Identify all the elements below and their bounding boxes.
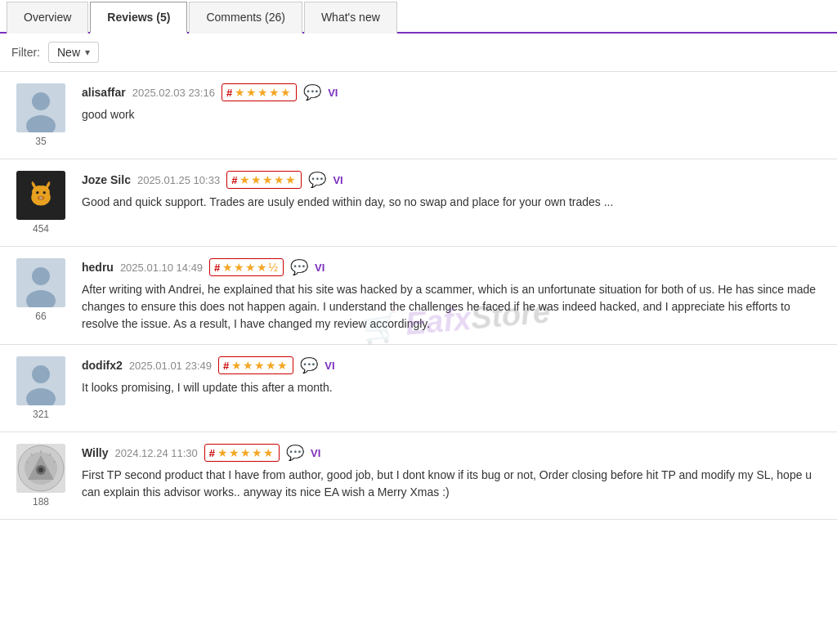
svg-point-6 (43, 191, 46, 194)
svg-line-25 (26, 462, 29, 463)
review-header: hedru 2025.01.10 14:49 # ★★★★½ 💬 VI (82, 258, 826, 276)
rating-badge: # ★★★★★ (218, 356, 293, 374)
avatar-count: 66 (35, 311, 46, 322)
rating-badge: # ★★★★★ (222, 83, 297, 101)
review-date: 2025.02.03 23:16 (132, 87, 215, 99)
review-header: alisaffar 2025.02.03 23:16 # ★★★★★ 💬 VI (82, 83, 826, 101)
reviewer-username: dodifx2 (82, 359, 123, 372)
avatar (16, 171, 65, 220)
review-date: 2025.01.25 10:33 (137, 174, 220, 186)
comment-icon[interactable]: 💬 (303, 83, 321, 101)
filter-value: New (57, 46, 80, 59)
comment-icon[interactable]: 💬 (286, 444, 304, 462)
rating-hash: # (231, 174, 237, 186)
review-content: alisaffar 2025.02.03 23:16 # ★★★★★ 💬 VI … (82, 83, 826, 147)
avatar-count: 321 (33, 409, 49, 420)
review-item: 321 dodifx2 2025.01.01 23:49 # ★★★★★ 💬 V… (0, 345, 837, 432)
star-rating: ★★★★½ (222, 261, 279, 274)
avatar-column: 321 (11, 356, 70, 420)
avatar-column: 454 (11, 171, 70, 235)
avatar-count: 188 (33, 496, 49, 508)
comment-icon[interactable]: 💬 (308, 171, 326, 189)
rating-hash: # (223, 360, 229, 372)
reviewer-username: Joze Silc (82, 173, 131, 186)
comment-icon[interactable]: 💬 (290, 258, 308, 276)
avatar-column: 188 (11, 444, 70, 508)
svg-point-20 (38, 467, 43, 472)
star-rating: ★★★★★ (239, 173, 297, 186)
avatar-count: 35 (35, 136, 46, 147)
star-rating: ★★★★★ (235, 86, 292, 99)
rating-badge: # ★★★★★ (226, 171, 302, 189)
review-item: 188 Willy 2024.12.24 11:30 # ★★★★★ 💬 VI … (0, 432, 837, 520)
avatar-count: 454 (33, 223, 49, 235)
review-date: 2025.01.01 23:49 (129, 360, 212, 372)
chevron-down-icon: ▾ (85, 47, 90, 58)
review-item: 66 hedru 2025.01.10 14:49 # ★★★★½ 💬 VI A… (0, 247, 837, 345)
review-header: dodifx2 2025.01.01 23:49 # ★★★★★ 💬 VI (82, 356, 826, 374)
review-header: Willy 2024.12.24 11:30 # ★★★★★ 💬 VI (82, 444, 826, 462)
review-list: 35 alisaffar 2025.02.03 23:16 # ★★★★★ 💬 … (0, 72, 837, 520)
svg-point-1 (32, 92, 50, 110)
vi-label[interactable]: VI (325, 360, 334, 372)
avatar-column: 35 (11, 83, 70, 147)
svg-line-24 (53, 462, 56, 463)
avatar (16, 444, 65, 493)
tab-overview[interactable]: Overview (7, 2, 88, 34)
review-content: Willy 2024.12.24 11:30 # ★★★★★ 💬 VI Firs… (82, 444, 826, 508)
review-content: Joze Silc 2025.01.25 10:33 # ★★★★★ 💬 VI … (82, 171, 826, 235)
rating-hash: # (214, 262, 220, 274)
filter-label: Filter: (11, 46, 40, 59)
review-content: dodifx2 2025.01.01 23:49 # ★★★★★ 💬 VI It… (82, 356, 826, 420)
avatar-column: 66 (11, 258, 70, 333)
review-content: hedru 2025.01.10 14:49 # ★★★★½ 💬 VI Afte… (82, 258, 826, 333)
svg-point-11 (32, 267, 50, 285)
svg-point-14 (32, 365, 50, 383)
review-text: Good and quick support. Trades are usuly… (82, 194, 826, 211)
vi-label[interactable]: VI (333, 174, 342, 186)
review-date: 2024.12.24 11:30 (115, 447, 198, 459)
vi-label[interactable]: VI (328, 87, 338, 99)
rating-badge: # ★★★★★ (204, 444, 280, 462)
filter-dropdown[interactable]: New ▾ (48, 42, 99, 63)
review-text: First TP second product that I have from… (82, 467, 826, 501)
rating-badge: # ★★★★½ (209, 258, 284, 276)
reviewer-username: hedru (82, 261, 114, 274)
comment-icon[interactable]: 💬 (300, 356, 318, 374)
filter-bar: Filter: New ▾ (0, 34, 837, 72)
review-text: After writing with Andrei, he explained … (82, 281, 826, 333)
review-item: 35 alisaffar 2025.02.03 23:16 # ★★★★★ 💬 … (0, 72, 837, 159)
star-rating: ★★★★★ (231, 359, 289, 372)
reviewer-username: Willy (82, 446, 109, 459)
review-text: It looks promising, I will update this a… (82, 379, 826, 396)
vi-label[interactable]: VI (315, 262, 325, 274)
tab-comments[interactable]: Comments (26) (189, 2, 302, 34)
tab-reviews[interactable]: Reviews (5) (90, 2, 187, 34)
vi-label[interactable]: VI (311, 447, 320, 459)
avatar (16, 356, 65, 405)
star-rating: ★★★★★ (217, 446, 275, 459)
tab-whatsnew[interactable]: What's new (304, 2, 397, 34)
review-header: Joze Silc 2025.01.25 10:33 # ★★★★★ 💬 VI (82, 171, 826, 189)
svg-point-5 (36, 191, 38, 194)
tabs-bar: OverviewReviews (5)Comments (26)What's n… (0, 0, 837, 34)
review-text: good work (82, 106, 826, 123)
rating-hash: # (209, 447, 215, 459)
review-date: 2025.01.10 14:49 (120, 262, 203, 274)
review-item: 454 Joze Silc 2025.01.25 10:33 # ★★★★★ 💬… (0, 159, 837, 247)
avatar (16, 83, 65, 132)
rating-hash: # (226, 87, 232, 99)
reviewer-username: alisaffar (82, 86, 126, 99)
avatar (16, 258, 65, 307)
